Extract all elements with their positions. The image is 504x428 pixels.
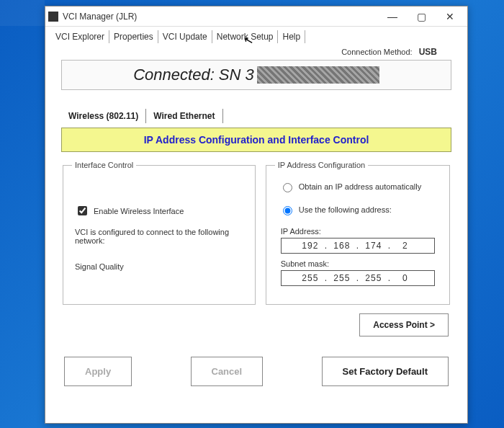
minimize-button[interactable]: — [378, 8, 407, 25]
titlebar[interactable]: VCI Manager (JLR) — ▢ ✕ [45, 6, 467, 27]
subnet-mask-label: Subnet mask: [281, 259, 441, 268]
factory-default-button[interactable]: Set Factory Default [322, 357, 449, 386]
content-area: Connection Method: USB Connected: SN 3 W… [45, 44, 467, 392]
serial-redacted [257, 66, 379, 84]
menu-help[interactable]: Help [278, 30, 305, 43]
ip-manual-label: Use the following address: [299, 205, 392, 214]
mask-oct-1[interactable]: 255 [300, 273, 321, 283]
interface-control-legend: Interface Control [72, 161, 136, 169]
ip-config-legend: IP Address Configuration [275, 161, 368, 169]
signal-quality-label: Signal Quality [75, 262, 246, 271]
ip-address-label: IP Address: [281, 227, 441, 236]
ip-auto-radio[interactable] [283, 183, 292, 192]
app-window: VCI Manager (JLR) — ▢ ✕ VCI Explorer Pro… [45, 6, 468, 424]
ip-oct-2[interactable]: 168 [331, 241, 353, 251]
desktop-background [0, 0, 45, 26]
ip-auto-label: Obtain an IP address automatically [299, 182, 421, 191]
ip-oct-1[interactable]: 192 [300, 241, 321, 251]
access-point-button[interactable]: Access Point > [359, 313, 449, 336]
ip-address-input[interactable]: 192. 168. 174. 2 [281, 238, 435, 254]
tab-wired-ethernet[interactable]: Wired Ethernet [146, 109, 222, 123]
maximize-button[interactable]: ▢ [407, 8, 436, 25]
menu-vci-update[interactable]: VCI Update [158, 30, 212, 43]
apply-button[interactable]: Apply [64, 357, 132, 386]
ip-config-group: IP Address Configuration Obtain an IP ad… [266, 161, 450, 305]
ip-oct-3[interactable]: 174 [363, 241, 384, 251]
tab-wireless[interactable]: Wireless (802.11) [61, 109, 146, 123]
subtab-bar: Wireless (802.11) Wired Ethernet [61, 109, 451, 123]
mask-oct-2[interactable]: 255 [331, 273, 353, 283]
menubar: VCI Explorer Properties VCI Update Netwo… [45, 27, 467, 44]
menu-vci-explorer[interactable]: VCI Explorer [51, 30, 109, 43]
connection-status-text: Connected: SN 3 [133, 66, 254, 84]
app-icon [48, 12, 58, 22]
ip-oct-4[interactable]: 2 [395, 241, 416, 251]
connection-method-label: Connection Method: [341, 48, 412, 56]
ip-manual-radio[interactable] [283, 206, 292, 215]
mask-oct-3[interactable]: 255 [363, 273, 384, 283]
menu-properties[interactable]: Properties [109, 30, 158, 43]
connection-status: Connected: SN 3 [61, 60, 451, 90]
interface-control-group: Interface Control Enable Wireless Interf… [63, 161, 256, 305]
close-button[interactable]: ✕ [436, 8, 464, 25]
menu-network-setup[interactable]: Network Setup [212, 30, 279, 43]
connection-method-value: USB [419, 47, 437, 57]
enable-wireless-label: Enable Wireless Interface [94, 207, 184, 215]
mask-oct-4[interactable]: 0 [395, 273, 416, 283]
cancel-button[interactable]: Cancel [191, 357, 264, 386]
subnet-mask-input[interactable]: 255. 255. 255. 0 [281, 270, 435, 286]
network-note: VCI is configured to connect to the foll… [75, 228, 246, 245]
enable-wireless-checkbox[interactable] [78, 206, 87, 215]
connection-method-row: Connection Method: USB [54, 47, 459, 57]
window-title: VCI Manager (JLR) [63, 12, 378, 22]
section-banner: IP Address Configuration and Interface C… [61, 128, 451, 152]
